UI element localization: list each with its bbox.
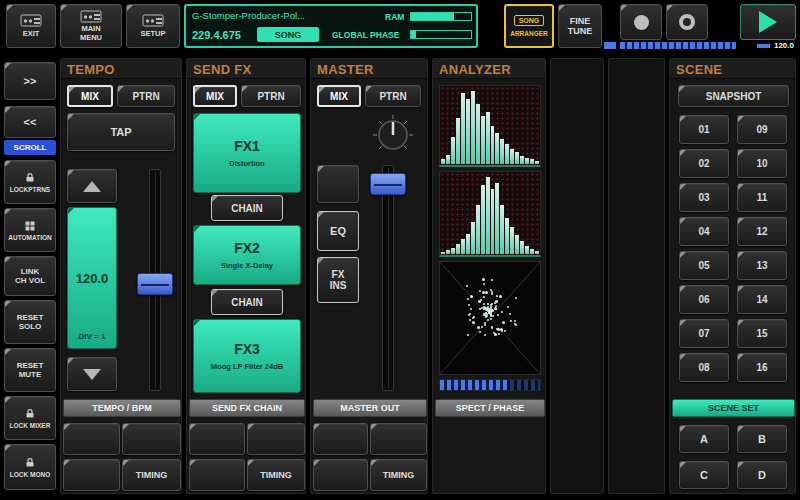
pad-cell[interactable] (370, 423, 427, 455)
tempo-fader-handle[interactable] (137, 273, 173, 295)
main-menu-label: MAIN MENU (80, 25, 102, 42)
tempo-up-button[interactable] (67, 169, 117, 203)
scroll-left-button[interactable]: << (4, 106, 56, 138)
scene-slot-12[interactable]: 12 (737, 217, 787, 246)
scene-slot-16[interactable]: 16 (737, 353, 787, 382)
master-fader-track[interactable] (382, 165, 394, 391)
scene-slot-08[interactable]: 08 (679, 353, 729, 382)
tempo-tab-mix[interactable]: MIX (67, 85, 113, 107)
snapshot-button[interactable]: SNAPSHOT (678, 85, 789, 107)
scene-slot-04[interactable]: 04 (679, 217, 729, 246)
sendfx-tab-mix[interactable]: MIX (193, 85, 237, 107)
song-arranger-arranger-label: ARRANGER (510, 30, 548, 37)
global-phase-label: GLOBAL PHASE (332, 30, 399, 40)
pad-cell[interactable] (247, 423, 305, 455)
tempo-panel: TEMPO MIX PTRN TAP 120.0 DIV = 1 TEMPO /… (60, 58, 182, 494)
main-menu-button[interactable]: MAIN MENU (60, 4, 122, 48)
pad-cell[interactable] (189, 459, 245, 491)
chain1-button[interactable]: CHAIN (211, 195, 283, 221)
pad-cell[interactable] (122, 423, 181, 455)
scene-slot-11[interactable]: 11 (737, 183, 787, 212)
tap-button[interactable]: TAP (67, 113, 175, 151)
knob-icon (369, 109, 417, 157)
pad-cell[interactable] (63, 459, 120, 491)
reset-mute-label: RESET MUTE (17, 361, 44, 379)
analyzer-footer-label: SPECT / PHASE (435, 399, 545, 417)
tempo-footer-label: TEMPO / BPM (63, 399, 181, 417)
exit-button[interactable]: EXIT (6, 4, 56, 48)
reset-mute-button[interactable]: RESET MUTE (4, 348, 56, 392)
scene-panel: SCENE SNAPSHOT 0102030405060708091011121… (669, 58, 796, 494)
scroll-right-button[interactable]: >> (4, 62, 56, 100)
scene-slot-07[interactable]: 07 (679, 319, 729, 348)
lock-patterns-label: LOCKPTRNS (10, 186, 50, 193)
tempo-tab-ptrn[interactable]: PTRN (117, 85, 175, 107)
lock-mixer-button[interactable]: LOCK MIXER (4, 396, 56, 440)
automation-button[interactable]: AUTOMATION (4, 208, 56, 252)
scene-slot-06[interactable]: 06 (679, 285, 729, 314)
scene-variant-a[interactable]: A (679, 425, 729, 453)
master-timing-button[interactable]: TIMING (370, 459, 427, 491)
pad-cell[interactable] (63, 423, 120, 455)
setup-label: SETUP (140, 29, 165, 38)
sendfx-timing-button[interactable]: TIMING (247, 459, 305, 491)
record-icon (634, 15, 649, 30)
ram-label: RAM (385, 12, 404, 22)
pad-cell[interactable] (189, 423, 245, 455)
master-fader[interactable] (365, 165, 411, 391)
scene-slot-01[interactable]: 01 (679, 115, 729, 144)
fx-ins-button[interactable]: FX INS (317, 257, 359, 303)
transport-loop-button[interactable] (666, 4, 708, 40)
fine-tune-button[interactable]: FINE TUNE (558, 4, 602, 48)
scene-slot-09[interactable]: 09 (737, 115, 787, 144)
scene-slot-grid: 01020304050607080910111213141516 (679, 115, 787, 382)
play-button[interactable] (740, 4, 796, 40)
scene-slot-10[interactable]: 10 (737, 149, 787, 178)
scene-slot-15[interactable]: 15 (737, 319, 787, 348)
spectrum-1 (439, 85, 541, 167)
scene-variant-d[interactable]: D (737, 461, 787, 489)
fx3-button[interactable]: FX3 Moog LP Filter 24dB (193, 319, 301, 393)
spectrum-2 (439, 171, 541, 257)
scene-slot-03[interactable]: 03 (679, 183, 729, 212)
tempo-timing-button[interactable]: TIMING (122, 459, 181, 491)
scene-variant-c[interactable]: C (679, 461, 729, 489)
master-fader-handle[interactable] (370, 173, 406, 195)
transport-record-button[interactable] (620, 4, 662, 40)
scene-slot-13[interactable]: 13 (737, 251, 787, 280)
song-mode-badge[interactable]: SONG (257, 27, 319, 42)
scene-slot-05[interactable]: 05 (679, 251, 729, 280)
scene-slot-02[interactable]: 02 (679, 149, 729, 178)
pad-cell[interactable] (313, 459, 368, 491)
pad-cell[interactable] (313, 423, 368, 455)
lock-patterns-button[interactable]: LOCKPTRNS (4, 160, 56, 204)
scene-slot-14[interactable]: 14 (737, 285, 787, 314)
chain2-button[interactable]: CHAIN (211, 289, 283, 315)
reset-solo-button[interactable]: RESET SOLO (4, 300, 56, 344)
lock-mono-button[interactable]: LOCK MONO (4, 444, 56, 490)
lock-icon (24, 408, 36, 420)
ram-meter (410, 12, 472, 21)
tempo-value-display[interactable]: 120.0 DIV = 1 (67, 207, 117, 349)
arrow-down-icon (83, 369, 101, 380)
fx1-button[interactable]: FX1 Distortion (193, 113, 301, 193)
tempo-fader[interactable] (133, 169, 177, 391)
master-tab-mix[interactable]: MIX (317, 85, 361, 107)
link-ch-vol-button[interactable]: LINK CH VOL (4, 256, 56, 296)
fx2-button[interactable]: FX2 Single X-Delay (193, 225, 301, 285)
master-tab-ptrn[interactable]: PTRN (365, 85, 421, 107)
scroll-right-label: >> (24, 75, 37, 87)
play-icon (759, 11, 777, 33)
scene-variant-b[interactable]: B (737, 425, 787, 453)
tempo-down-button[interactable] (67, 357, 117, 391)
song-display: G-Stomper-Producer-Pol... RAM 229.4.675 … (184, 4, 478, 48)
position-marker (604, 42, 616, 49)
lock-mixer-label: LOCK MIXER (10, 422, 51, 429)
song-arranger-button[interactable]: SONG ARRANGER (504, 4, 554, 48)
eq-button[interactable]: EQ (317, 211, 359, 251)
master-knob[interactable] (369, 109, 417, 157)
setup-button[interactable]: SETUP (126, 4, 180, 48)
sendfx-tab-ptrn[interactable]: PTRN (241, 85, 301, 107)
pad-cell[interactable] (317, 165, 359, 203)
phase-scope (439, 261, 541, 375)
